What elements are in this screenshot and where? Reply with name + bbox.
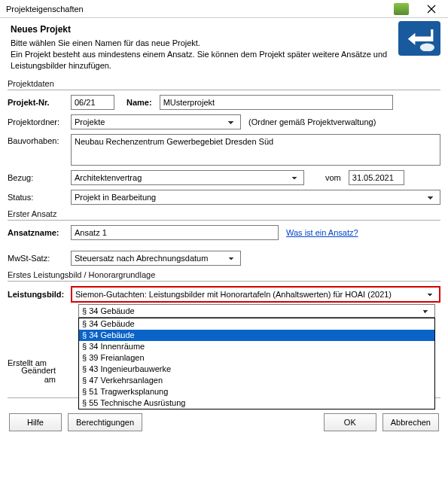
button-row: Hilfe Berechtigungen OK Abbrechen [0,406,448,439]
input-vom[interactable] [349,170,404,185]
label-projektnr: Projekt-Nr. [8,98,71,107]
label-status: Status: [8,193,71,202]
subcategory-option[interactable]: § 34 Gebäude [79,318,434,330]
title-bar: Projekteigenschaften [0,0,448,18]
close-icon [427,5,436,14]
header-line2: Ein Projekt besteht aus mindestens einem… [11,49,437,72]
select-bezug[interactable]: Architektenvertrag [71,170,304,185]
close-button[interactable] [416,0,446,18]
divider [8,220,440,221]
group-erstes-lb: Erstes Leistungsbild / Honorargrundlage … [8,270,440,318]
subcategory-option[interactable]: § 47 Verkehrsanlagen [79,375,434,386]
abbrechen-button[interactable]: Abbrechen [382,413,439,431]
label-vom: vom [325,173,341,182]
input-ansatzname[interactable] [71,225,279,240]
group-erster-ansatz: Erster Ansatz Ansatzname: Was ist ein An… [8,209,440,266]
textarea-bauvorhaben[interactable]: Neubau Rechenzentrum Gewerbegebiet Dresd… [71,134,440,166]
input-name[interactable] [160,95,393,110]
svg-point-0 [420,43,434,51]
select-status[interactable]: Projekt in Bearbeitung [71,190,440,205]
label-geaendert-am: Geändert am [8,369,56,381]
group-projektdaten: Projektdaten Projekt-Nr. Name: Projektor… [8,79,440,205]
select-leistungsbild[interactable]: Siemon-Gutachten: Leistungsbilder mit Ho… [71,286,440,303]
subcategory-option[interactable]: § 39 Freianlagen [79,352,434,364]
label-bauvorhaben: Bauvorhaben: [8,134,71,145]
label-ansatzname: Ansatzname: [8,228,71,237]
divider [8,90,440,90]
subcategory-selected[interactable]: § 34 Gebäude [78,304,435,318]
berechtigungen-button[interactable]: Berechtigungen [68,413,142,431]
subcategory-option[interactable]: § 34 Innenräume [79,341,434,352]
subcategory-option[interactable]: § 55 Technische Ausrüstung [79,397,434,409]
subcategory-dropdown[interactable]: § 34 Gebäude § 34 Gebäude§ 34 Gebäude§ 3… [78,304,435,318]
subcategory-option[interactable]: § 43 Ingenieurbauwerke [79,364,434,375]
select-mwst[interactable]: Steuersatz nach Abrechnungsdatum [71,251,241,266]
label-name: Name: [126,98,152,107]
header-line1: Bitte wählen Sie einen Namen für das neu… [11,38,437,49]
tray-icon[interactable] [394,3,409,15]
label-bezug: Bezug: [8,173,71,182]
group-label-projektdaten: Projektdaten [8,79,440,88]
subcategory-option[interactable]: § 51 Tragwerksplanung [79,386,434,397]
enter-arrow-icon [404,26,434,51]
label-projektordner: Projektordner: [8,117,71,126]
subcategory-list[interactable]: § 34 Gebäude§ 34 Gebäude§ 34 Innenräume§… [78,318,435,409]
header-title: Neues Projekt [11,24,437,35]
select-projektordner[interactable]: Projekte [71,114,241,129]
hilfe-button[interactable]: Hilfe [9,413,62,431]
hint-projektordner: (Ordner gemäß Projektverwaltung) [248,117,376,126]
wizard-header: Neues Projekt Bitte wählen Sie einen Nam… [0,18,448,75]
subcategory-option[interactable]: § 34 Gebäude [79,330,434,341]
label-mwst: MwSt-Satz: [8,254,71,263]
label-leistungsbild: Leistungsbild: [8,290,71,299]
ok-button[interactable]: OK [324,413,376,431]
group-label-erstes-lb: Erstes Leistungsbild / Honorargrundlage [8,270,440,279]
wizard-icon [398,21,440,56]
group-label-erster-ansatz: Erster Ansatz [8,209,440,218]
input-projektnr[interactable] [71,95,114,110]
window-title: Projekteigenschaften [6,5,394,14]
divider [8,281,440,282]
link-ansatz-help[interactable]: Was ist ein Ansatz? [286,228,358,237]
